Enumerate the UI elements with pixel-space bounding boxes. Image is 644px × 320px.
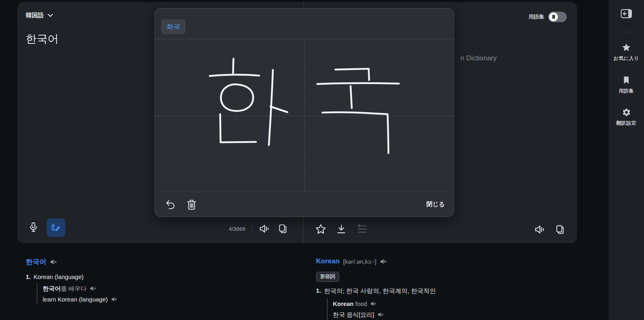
speaker-icon	[259, 224, 271, 234]
target-speaker-button[interactable]	[534, 224, 546, 235]
attribution-text: n Dictionary	[460, 54, 497, 62]
glossary-toggle-label: 用語集	[528, 13, 544, 21]
sense-number: 1.	[26, 273, 31, 280]
handwriting-pen-icon	[50, 222, 62, 234]
example-translation: 한국 음식[요리]	[333, 309, 374, 320]
headword-speaker-button[interactable]	[380, 258, 388, 265]
char-counter: 4/3000	[229, 226, 246, 232]
copy-icon	[277, 223, 289, 234]
star-icon	[621, 43, 631, 52]
pronunciation: [kəríːən,kɔː-]	[343, 258, 377, 265]
microphone-icon	[28, 222, 39, 234]
example-speaker-button[interactable]	[370, 301, 377, 307]
source-copy-button[interactable]	[277, 223, 289, 234]
source-headword: 한국어	[26, 257, 46, 267]
download-button[interactable]	[335, 223, 347, 235]
sense-text: Korean (language)	[34, 273, 84, 280]
part-of-speech-badge: 形容詞	[316, 272, 339, 282]
sidebar-item-label: 用語集	[619, 88, 634, 94]
clear-button[interactable]	[185, 198, 198, 211]
star-icon	[315, 223, 327, 235]
example-speaker-button[interactable]	[111, 296, 118, 302]
source-text-input[interactable]: 한국어	[26, 32, 59, 46]
dictionary-target-column: Korean [kəríːən,kɔː-] 形容詞 1. 한국의; 한국 사람의…	[316, 257, 582, 320]
sidebar-divider	[618, 32, 634, 32]
dictionary-source-column: 한국어 1. Korean (language) 한국어를 배우다 learn …	[26, 257, 275, 305]
sidebar-item-glossary[interactable]: 用語集	[609, 76, 644, 94]
speaker-small-icon	[380, 258, 388, 265]
close-button[interactable]: 閉じる	[426, 201, 445, 208]
alternatives-list-icon	[356, 223, 368, 235]
source-language-label: 韓国語	[26, 12, 44, 19]
handwriting-panel: 화국 閉じる	[155, 8, 454, 217]
trash-icon	[185, 198, 198, 211]
sense-text: 한국의; 한국 사람의, 한국계의, 한국적인	[324, 287, 436, 295]
example-block: Korean food 한국 음식[요리]	[327, 298, 582, 320]
source-language-selector[interactable]: 韓国語	[26, 12, 53, 19]
sidebar-item-settings[interactable]: 翻訳設定	[609, 108, 644, 127]
sidebar-item-label: お気に入り	[613, 55, 639, 62]
speaker-icon	[534, 224, 546, 235]
counter-divider	[252, 225, 252, 232]
sidebar-item-favorites[interactable]: お気に入り	[609, 43, 644, 62]
handwriting-canvas[interactable]	[155, 39, 454, 192]
chevron-down-icon	[47, 14, 53, 17]
glossary-toggle[interactable]	[548, 12, 567, 22]
sidebar-item-label: 翻訳設定	[616, 120, 636, 127]
headword-speaker-button[interactable]	[50, 258, 58, 265]
example-block: 한국어를 배우다 learn Korean (language)	[37, 283, 275, 305]
example-speaker-button[interactable]	[90, 285, 97, 291]
bookmark-icon	[623, 76, 630, 85]
target-copy-button[interactable]	[555, 224, 566, 235]
right-sidebar: お気に入り 用語集 翻訳設定	[609, 0, 644, 320]
target-headword: Korean	[316, 257, 340, 265]
suggestion-chip[interactable]: 화국	[161, 19, 186, 34]
undo-button[interactable]	[164, 198, 177, 211]
copy-icon	[555, 224, 566, 235]
example-source: 한국어를 배우다	[43, 283, 87, 294]
handwriting-suggestions-bar: 화국	[155, 8, 454, 39]
collapse-sidebar-button[interactable]	[619, 8, 634, 19]
collapse-sidebar-icon	[620, 8, 633, 19]
gear-icon	[622, 108, 631, 117]
handwriting-strokes	[155, 39, 454, 192]
example-source: Korean food	[333, 298, 367, 309]
example-speaker-button[interactable]	[378, 312, 384, 318]
bookmark-knob-icon	[551, 14, 556, 20]
download-icon	[335, 223, 347, 235]
alternatives-button[interactable]	[356, 223, 368, 235]
example-translation: learn Korean (language)	[43, 294, 108, 305]
speaker-small-icon	[90, 285, 97, 291]
microphone-button[interactable]	[25, 218, 41, 237]
speaker-small-icon	[378, 312, 384, 318]
undo-icon	[164, 198, 177, 211]
speaker-small-icon	[370, 301, 377, 307]
speaker-small-icon	[50, 258, 58, 265]
sense-number: 1.	[316, 287, 321, 295]
handwriting-input-button[interactable]	[47, 218, 65, 237]
speaker-small-icon	[111, 296, 118, 302]
source-speaker-button[interactable]	[259, 224, 271, 234]
favorite-button[interactable]	[315, 223, 327, 235]
